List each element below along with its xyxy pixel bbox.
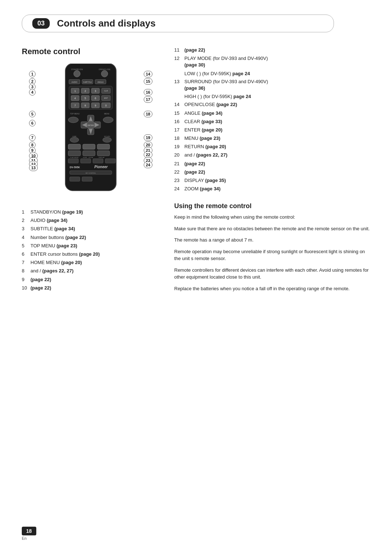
svg-rect-65 bbox=[68, 159, 78, 163]
using-para-5: Replace the batteries when you notice a … bbox=[174, 285, 370, 292]
list-item: 9 (page 22) bbox=[22, 276, 160, 283]
svg-text:2: 2 bbox=[85, 90, 86, 92]
list-item: 11 (page 22) bbox=[174, 47, 370, 53]
svg-text:TOP MENU: TOP MENU bbox=[70, 113, 80, 115]
label-15: 15 bbox=[144, 78, 152, 85]
svg-rect-74 bbox=[82, 177, 92, 181]
list-item: 8 and / (pages 22, 27) bbox=[22, 268, 160, 274]
right-column: 11 (page 22) 12 PLAY MODE (for DV-393 an… bbox=[174, 47, 370, 296]
svg-rect-57 bbox=[97, 144, 110, 149]
svg-rect-67 bbox=[93, 159, 103, 163]
list-item: 22 (page 22) bbox=[174, 169, 370, 175]
label-24: 24 bbox=[144, 162, 152, 168]
svg-text:1: 1 bbox=[74, 90, 76, 92]
list-item: 18 MENU (page 23) bbox=[174, 135, 370, 142]
svg-text:ENTER: ENTER bbox=[88, 124, 94, 126]
svg-rect-55 bbox=[68, 144, 81, 149]
svg-text:SUBTITLE: SUBTITLE bbox=[83, 81, 92, 83]
using-intro: Keep in mind the following when using th… bbox=[174, 214, 370, 221]
list-item: 13 SURROUND (for DV-393 and DV-490V)(pag… bbox=[174, 78, 370, 92]
label-16: 16 bbox=[144, 89, 152, 96]
using-para-2: The remote has a range of about 7 m. bbox=[174, 236, 370, 244]
list-item: 1 STANDBY/ON (page 19) bbox=[22, 209, 160, 215]
list-item: 17 ENTER (page 20) bbox=[174, 127, 370, 133]
svg-rect-58 bbox=[68, 151, 81, 156]
svg-text:RETURN: RETURN bbox=[104, 135, 110, 137]
using-para-1: Make sure that there are no obstacles be… bbox=[174, 225, 370, 232]
svg-point-3 bbox=[74, 70, 80, 77]
svg-text:ENT: ENT bbox=[104, 97, 108, 99]
right-items-list: 11 (page 22) 12 PLAY MODE (for DV-393 an… bbox=[174, 47, 370, 192]
sub-item: LOW ( ) (for DV-595K) page 24 bbox=[184, 70, 370, 77]
using-section: Using the remote control Keep in mind th… bbox=[174, 202, 370, 292]
label-19: 19 bbox=[144, 134, 152, 141]
svg-text:4: 4 bbox=[74, 97, 76, 100]
svg-text:CLR: CLR bbox=[104, 90, 108, 92]
remote-svg: STANDBY/ON OPEN/CLOSE AUDIO SUBTITLE ANG… bbox=[54, 64, 127, 202]
svg-rect-59 bbox=[83, 151, 95, 156]
list-item: 23 DISPLAY (page 35) bbox=[174, 177, 370, 184]
label-18: 18 bbox=[144, 111, 152, 117]
svg-text:0: 0 bbox=[105, 104, 107, 107]
page-container: 03 Controls and displays Remote control … bbox=[0, 0, 392, 555]
chapter-number: 03 bbox=[32, 18, 50, 29]
sub-item: HIGH ( ) (for DV-595K) page 24 bbox=[184, 93, 370, 100]
main-content: Remote control STANDBY/ON OPEN/CLOSE bbox=[22, 47, 370, 296]
list-item: 2 AUDIO (page 34) bbox=[22, 217, 160, 224]
svg-point-53 bbox=[70, 137, 79, 142]
svg-text:3: 3 bbox=[95, 90, 96, 92]
svg-rect-60 bbox=[97, 151, 110, 156]
svg-text:DV-595K: DV-595K bbox=[70, 166, 80, 169]
list-item: 7 HOME MENU (page 20) bbox=[22, 259, 160, 266]
svg-text:ANGLE: ANGLE bbox=[98, 81, 104, 83]
svg-text:KEY CONTROL: KEY CONTROL bbox=[86, 172, 96, 174]
remote-svg-wrapper: STANDBY/ON OPEN/CLOSE AUDIO SUBTITLE ANG… bbox=[29, 64, 152, 202]
svg-point-39 bbox=[103, 117, 113, 123]
list-item: 16 CLEAR (page 33) bbox=[174, 118, 370, 125]
svg-text:SURR: SURR bbox=[83, 157, 87, 158]
svg-rect-73 bbox=[70, 177, 80, 181]
svg-text:6: 6 bbox=[95, 97, 96, 100]
page-footer: 18 En bbox=[22, 527, 36, 540]
list-item: 21 (page 22) bbox=[174, 161, 370, 167]
label-17: 17 bbox=[144, 96, 152, 103]
svg-text:PLAY MODE: PLAY MODE bbox=[70, 157, 79, 158]
using-section-title: Using the remote control bbox=[174, 202, 370, 210]
svg-text:OPEN/CLOSE: OPEN/CLOSE bbox=[99, 68, 111, 70]
list-item: 3 SUBTITLE (page 34) bbox=[22, 226, 160, 232]
list-item: 5 TOP MENU (page 23) bbox=[22, 243, 160, 249]
svg-text:DISPLAY: DISPLAY bbox=[99, 157, 105, 158]
list-item: 14 OPEN/CLOSE (page 22) bbox=[174, 101, 370, 108]
list-item: 4 Number buttons (page 22) bbox=[22, 234, 160, 241]
svg-text:STANDBY/ON: STANDBY/ON bbox=[71, 68, 83, 70]
svg-text:MENU: MENU bbox=[104, 113, 110, 115]
svg-rect-66 bbox=[81, 159, 91, 163]
svg-text:8: 8 bbox=[85, 104, 86, 107]
svg-text:Pioneer: Pioneer bbox=[94, 165, 108, 169]
using-para-4: Remote controllers for different devices… bbox=[174, 267, 370, 281]
label-14: 14 bbox=[144, 71, 152, 77]
list-item: 19 RETURN (page 20) bbox=[174, 143, 370, 150]
list-item: 15 ANGLE (page 34) bbox=[174, 110, 370, 117]
list-item: 20 and / (pages 22, 27) bbox=[174, 152, 370, 158]
page-lang: En bbox=[22, 536, 36, 540]
remote-section-title: Remote control bbox=[22, 47, 160, 56]
svg-point-4 bbox=[101, 70, 108, 77]
svg-text:9: 9 bbox=[95, 104, 96, 107]
list-item: 10 (page 22) bbox=[22, 285, 160, 291]
list-item: 24 ZOOM (page 34) bbox=[174, 186, 370, 192]
list-item: 12 PLAY MODE (for DV-393 and DV-490V)(pa… bbox=[174, 55, 370, 68]
list-item: 6 ENTER cursor buttons (page 20) bbox=[22, 251, 160, 258]
svg-text:7: 7 bbox=[74, 104, 76, 107]
svg-text:ZOOM: ZOOM bbox=[89, 157, 93, 158]
svg-text:5: 5 bbox=[85, 97, 86, 100]
svg-rect-56 bbox=[83, 144, 95, 149]
chapter-header: 03 Controls and displays bbox=[22, 15, 334, 32]
left-column: Remote control STANDBY/ON OPEN/CLOSE bbox=[22, 47, 160, 296]
page-number: 18 bbox=[22, 527, 36, 535]
remote-diagram: STANDBY/ON OPEN/CLOSE AUDIO SUBTITLE ANG… bbox=[29, 64, 152, 202]
using-para-3: Remote operation may become unreliable i… bbox=[174, 248, 370, 262]
label-13: 13 bbox=[29, 165, 38, 171]
left-items-list: 1 STANDBY/ON (page 19) 2 AUDIO (page 34)… bbox=[22, 209, 160, 291]
svg-point-54 bbox=[103, 137, 111, 142]
